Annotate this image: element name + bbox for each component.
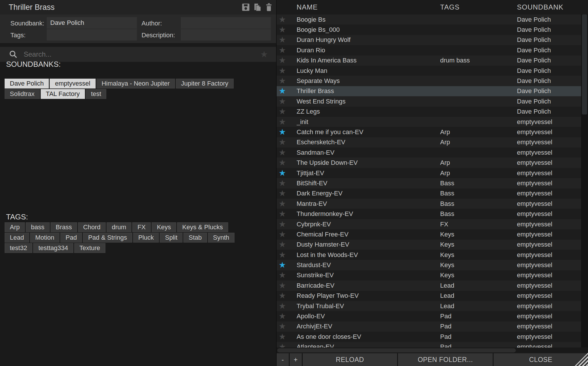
tag-chip-pad[interactable]: Pad	[60, 233, 82, 243]
table-row[interactable]: ★Thundermonkey-EVBassemptyvessel	[277, 209, 581, 219]
table-row[interactable]: ★Dark Energy-EVBassemptyvessel	[277, 188, 581, 199]
favorite-star-icon[interactable]: ★	[277, 56, 297, 64]
favorite-star-icon[interactable]: ★	[277, 87, 297, 95]
table-row[interactable]: ★Duran Hungry WolfDave Polich	[277, 35, 581, 45]
table-row[interactable]: ★Lucky ManDave Polich	[277, 66, 581, 76]
table-row[interactable]: ★Sandman-EVemptyvessel	[277, 147, 581, 158]
tag-chip-fx[interactable]: FX	[132, 222, 151, 232]
table-row[interactable]: ★As one door closes-EVPademptyvessel	[277, 332, 581, 342]
tag-chip-bass[interactable]: bass	[26, 222, 49, 232]
favorite-star-icon[interactable]: ★	[277, 343, 297, 347]
favorite-star-icon[interactable]: ★	[277, 108, 297, 116]
favorite-star-icon[interactable]: ★	[277, 200, 297, 208]
favorite-star-icon[interactable]: ★	[277, 302, 297, 310]
table-row[interactable]: ★Mantra-EVBassemptyvessel	[277, 199, 581, 209]
table-row[interactable]: ★Kids In America Bassdrum bassDave Polic…	[277, 56, 581, 66]
favorite-star-icon[interactable]: ★	[277, 46, 297, 54]
table-row[interactable]: ★_initemptyvessel	[277, 117, 581, 127]
favorite-star-icon[interactable]: ★	[277, 118, 297, 126]
tag-chip-chord[interactable]: Chord	[78, 222, 106, 232]
table-row[interactable]: ★Ready Player Two-EVLeademptyvessel	[277, 291, 581, 301]
decrease-button[interactable]: -	[277, 353, 289, 366]
table-row[interactable]: ★ZZ LegsDave Polich	[277, 107, 581, 117]
favorite-star-icon[interactable]: ★	[277, 333, 297, 341]
reload-button[interactable]: RELOAD	[303, 353, 397, 366]
table-row[interactable]: ★Dusty Hamster-EVKeysemptyvessel	[277, 240, 581, 250]
favorite-star-icon[interactable]: ★	[277, 159, 297, 167]
tag-chip-testtag334[interactable]: testtag334	[33, 243, 73, 253]
favorite-star-icon[interactable]: ★	[277, 322, 297, 330]
table-row[interactable]: ★Eschersketch-EVArpemptyvessel	[277, 137, 581, 147]
table-row[interactable]: ★Stardust-EVKeysemptyvessel	[277, 260, 581, 270]
favorite-star-icon[interactable]: ★	[277, 77, 297, 85]
table-row[interactable]: ★Trybal Trubal-EVLeademptyvessel	[277, 301, 581, 311]
table-row[interactable]: ★Catch me if you can-EVArpemptyvessel	[277, 127, 581, 137]
favorite-star-icon[interactable]: ★	[277, 16, 297, 24]
favorite-star-icon[interactable]: ★	[277, 241, 297, 249]
table-row[interactable]: ★The Upside Down-EVArpemptyvessel	[277, 158, 581, 168]
favorite-star-icon[interactable]: ★	[277, 271, 297, 279]
favorite-star-icon[interactable]: ★	[277, 220, 297, 228]
table-row[interactable]: ★Atlantean-EVPademptyvessel	[277, 342, 581, 348]
delete-button[interactable]	[264, 2, 273, 12]
table-row[interactable]: ★Duran RioDave Polich	[277, 45, 581, 55]
table-row[interactable]: ★Barricade-EVLeademptyvessel	[277, 280, 581, 291]
tag-chip-split[interactable]: Split	[160, 233, 183, 243]
tag-chip-synth[interactable]: Synth	[208, 233, 235, 243]
tag-chip-lead[interactable]: Lead	[5, 233, 29, 243]
column-header-soundbank[interactable]: SOUNDBANK	[517, 3, 588, 11]
increase-button[interactable]: +	[290, 353, 302, 366]
horizontal-scrollbar[interactable]	[277, 347, 588, 353]
save-button[interactable]	[241, 2, 250, 12]
table-row[interactable]: ★West End StringsDave Polich	[277, 96, 581, 106]
favorite-star-icon[interactable]: ★	[277, 179, 297, 187]
column-header-tags[interactable]: TAGS	[440, 3, 517, 11]
table-row[interactable]: ★Lost in the Woods-EVKeysemptyvessel	[277, 250, 581, 260]
tag-chip-stab[interactable]: Stab	[183, 233, 207, 243]
table-row[interactable]: ★BitShift-EVBassemptyvessel	[277, 178, 581, 188]
table-row[interactable]: ★Sunstrike-EVKeysemptyvessel	[277, 270, 581, 280]
tag-chip-keys[interactable]: Keys	[152, 222, 176, 232]
tag-chip-keys-plucks[interactable]: Keys & Plucks	[177, 222, 228, 232]
description-field[interactable]	[181, 29, 271, 40]
horizontal-scrollbar-thumb[interactable]	[277, 348, 516, 352]
tag-chip-texture[interactable]: Texture	[74, 243, 105, 253]
favorite-star-icon[interactable]: ★	[277, 261, 297, 269]
tag-chip-motion[interactable]: Motion	[30, 233, 59, 243]
favorite-star-icon[interactable]: ★	[277, 169, 297, 177]
favorite-star-icon[interactable]: ★	[277, 312, 297, 320]
tag-chip-test32[interactable]: test32	[5, 243, 32, 253]
favorite-star-icon[interactable]: ★	[277, 26, 297, 34]
favorite-star-icon[interactable]: ★	[277, 138, 297, 146]
table-row[interactable]: ★Tjittjat-EVArpemptyvessel	[277, 168, 581, 178]
tag-chip-pluck[interactable]: Pluck	[133, 233, 159, 243]
favorite-star-icon[interactable]: ★	[277, 251, 297, 259]
soundbank-chip-solidtrax[interactable]: Solidtrax	[5, 89, 40, 99]
open-folder-button[interactable]: OPEN FOLDER...	[398, 353, 492, 366]
column-header-name[interactable]: NAME	[297, 3, 440, 11]
close-button[interactable]: CLOSE	[494, 353, 588, 366]
favorite-star-icon[interactable]: ★	[277, 230, 297, 239]
soundbank-chip-himalaya-neon-jupiter[interactable]: Himalaya - Neon Jupiter	[96, 79, 175, 88]
table-row[interactable]: ★Separate WaysDave Polich	[277, 76, 581, 86]
tag-chip-pad-strings[interactable]: Pad & Strings	[83, 233, 132, 243]
table-row[interactable]: ★Boogie Bs_000Dave Polich	[277, 25, 581, 35]
duplicate-button[interactable]	[253, 2, 262, 12]
soundbank-chip-test[interactable]: test	[86, 89, 106, 99]
favorite-star-icon[interactable]: ★	[277, 67, 297, 75]
soundbank-field[interactable]	[47, 17, 137, 29]
soundbank-chip-tal-factory[interactable]: TAL Factory	[41, 89, 85, 99]
soundbank-chip-emptyvessel[interactable]: emptyvessel	[50, 79, 95, 88]
soundbank-chip-dave-polich[interactable]: Dave Polich	[5, 79, 49, 88]
table-row[interactable]: ★Cybrpnk-EVFXemptyvessel	[277, 219, 581, 229]
author-field[interactable]	[181, 17, 271, 29]
vertical-scrollbar[interactable]	[581, 14, 588, 347]
favorite-star-icon[interactable]: ★	[277, 128, 297, 136]
favorite-star-icon[interactable]: ★	[277, 189, 297, 197]
favorite-star-icon[interactable]: ★	[277, 149, 297, 157]
vertical-scrollbar-thumb[interactable]	[582, 14, 587, 114]
tag-chip-arp[interactable]: Arp	[5, 222, 25, 232]
favorite-star-icon[interactable]: ★	[277, 292, 297, 300]
table-row[interactable]: ★Chemical Free-EVKeysemptyvessel	[277, 229, 581, 239]
search-input[interactable]	[23, 50, 256, 59]
